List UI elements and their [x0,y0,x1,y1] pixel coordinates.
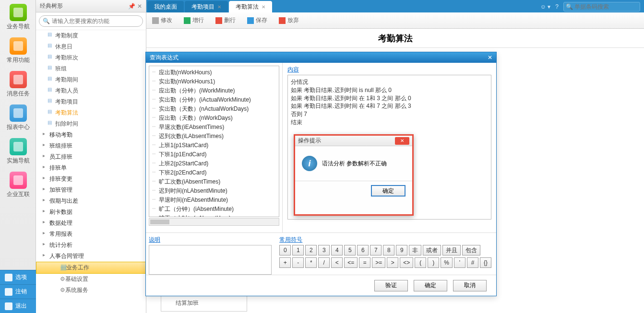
symbol-button[interactable]: 包含 [462,245,480,255]
field-item[interactable]: 旷工（分钟）(iAbsentMinute) [159,205,277,214]
nav-enterprise[interactable]: 企业互联 [0,168,36,201]
exit-button[interactable]: 退出 [0,299,36,313]
field-item[interactable]: 早退次数(iEAbsentTimes) [159,123,277,132]
symbol-button[interactable]: 7 [370,245,382,255]
logout-button[interactable]: 注销 [0,284,36,299]
nav-messages[interactable]: 消息任务 [0,67,36,101]
symbol-button[interactable]: 8 [383,245,394,255]
field-item[interactable]: 下班2(p2EndCard) [159,168,277,177]
pin-icon[interactable]: 📌 [128,3,135,10]
tree-leaf[interactable]: 扣除时间 [36,118,146,129]
tree-leaf[interactable]: 考勤制度 [36,30,146,41]
symbol-button[interactable]: 3 [318,245,330,255]
symbol-button[interactable]: <> [400,257,413,268]
symbol-button[interactable]: 或者 [423,245,441,255]
symbol-button[interactable]: <= [344,257,358,268]
tab[interactable]: 考勤算法✕ [229,1,272,12]
field-list[interactable]: 应出勤(nWorkHours)实出勤(nWorkHours1)应出勤（分钟）(i… [149,66,279,217]
nav-favorites[interactable]: 常用功能 [0,34,36,67]
validate-button[interactable]: 验证 [374,280,408,291]
symbol-button[interactable]: # [467,257,478,268]
tree-leaf[interactable]: 休息日 [36,41,146,52]
symbol-button[interactable]: ) [428,257,439,268]
symbol-button[interactable]: 并且 [442,245,461,255]
field-item[interactable]: 应出勤(nWorkHours) [159,68,277,77]
options-button[interactable]: 选项 [0,270,36,284]
tree-leaf[interactable]: 考勤项目 [36,96,146,107]
tab[interactable]: 我的桌面 [147,1,184,12]
symbol-button[interactable]: < [331,257,343,268]
dialog-titlebar[interactable]: 查询表达式 ✕ [146,52,496,63]
tree-group[interactable]: 员工排班 [36,151,146,162]
field-item[interactable]: 下班1(p1EndCard) [159,150,277,159]
tree-search-input[interactable] [39,15,143,27]
symbol-button[interactable]: {} [480,257,491,268]
alert-ok-button[interactable]: 确定 [371,185,405,197]
tree-group[interactable]: 排班单 [36,162,146,174]
list-item[interactable]: 结算加班 [161,298,247,308]
field-item[interactable]: 旷工次数(iAbsentTimes) [159,177,277,186]
symbol-button[interactable]: 5 [344,245,356,255]
symbol-button[interactable]: >= [372,257,385,268]
cancel-button[interactable]: 取消 [453,280,487,291]
smiley-icon[interactable]: ☺ ▾ [540,3,551,10]
symbol-button[interactable]: / [318,257,330,268]
close-icon[interactable]: ✕ [137,3,142,10]
field-item[interactable]: 上班1(p1StartCard) [159,141,277,150]
tree-leaf[interactable]: 考勤算法 [36,107,146,118]
close-icon[interactable]: ✕ [262,4,265,10]
tree-group[interactable]: 常用报表 [36,229,146,240]
discard-button[interactable]: 放弃 [279,16,299,24]
tree-group[interactable]: 加班管理 [36,185,146,196]
field-item[interactable]: 应出勤（天数）(nWorkDays) [159,114,277,123]
symbol-button[interactable]: % [441,257,453,268]
field-item[interactable]: 迟到时间(nLAbsentMinute) [159,186,277,196]
nav-business[interactable]: 业务导航 [0,0,36,34]
tree-group[interactable]: 数据处理 [36,218,146,229]
symbol-button[interactable]: = [359,257,370,268]
content-label[interactable]: 内容 [287,66,299,74]
symbol-button[interactable]: 0 [279,245,291,255]
addrow-button[interactable]: 增行 [184,16,204,24]
tree-leaf[interactable]: 考勤期间 [36,74,146,85]
field-item[interactable]: 旷工（小时）(nAbsentHour) [159,214,277,217]
symbol-button[interactable]: 4 [331,245,343,255]
field-item[interactable]: 实出勤（分钟）(iActualWorkMinute) [159,95,277,104]
symbol-button[interactable]: > [387,257,398,268]
field-item[interactable]: 实出勤(nWorkHours1) [159,77,277,86]
symbol-button[interactable]: * [305,257,317,268]
save-button[interactable]: 保存 [247,16,267,24]
field-item[interactable]: 早退时间(nEAbsentMinute) [159,196,277,205]
edit-button[interactable]: 修改 [152,16,172,24]
scrollbar[interactable] [149,218,279,226]
tree-group[interactable]: 人事合同管理 [36,251,146,262]
tree-service[interactable]: 系统服务 [36,285,146,296]
tree-leaf[interactable]: 班组 [36,63,146,74]
tree-group[interactable]: 移动考勤 [36,129,146,140]
close-icon[interactable]: ✕ [395,137,409,145]
symbol-button[interactable]: 6 [357,245,369,255]
field-item[interactable]: 迟到次数(iLAbsentTimes) [159,132,277,141]
tree-group[interactable]: 统计分析 [36,240,146,251]
tree-leaf[interactable]: 考勤班次 [36,52,146,63]
symbol-button[interactable]: ( [415,257,426,268]
tree-group[interactable]: 假期与出差 [36,196,146,207]
nav-reports[interactable]: 报表中心 [0,101,36,134]
barcode-search-input[interactable] [563,2,640,12]
tab[interactable]: 考勤项目✕ [185,1,228,12]
nav-deploy[interactable]: 实施导航 [0,134,36,168]
symbol-button[interactable]: 非 [409,245,421,255]
symbol-button[interactable]: 9 [396,245,407,255]
tree-group[interactable]: 刷卡数据 [36,207,146,218]
symbol-button[interactable]: 1 [292,245,304,255]
tree-group[interactable]: 排班变更 [36,174,146,185]
symbol-button[interactable]: ' [454,257,465,268]
tree-body[interactable]: 考勤制度休息日考勤班次班组考勤期间考勤人员考勤项目考勤算法扣除时间 移动考勤班组… [36,30,146,313]
close-icon[interactable]: ✕ [217,4,221,10]
tree-item-highlight[interactable]: 业务工作 [36,262,146,274]
delrow-button[interactable]: 删行 [215,16,236,24]
field-item[interactable]: 上班2(p2StartCard) [159,159,277,168]
symbol-button[interactable]: - [292,257,304,268]
close-icon[interactable]: ✕ [488,54,492,61]
tree-group[interactable]: 班组排班 [36,140,146,151]
